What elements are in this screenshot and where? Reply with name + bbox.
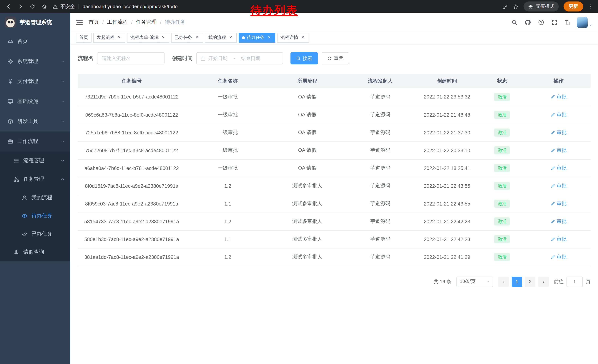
todo-icon <box>22 213 27 219</box>
cell-created: 2022-01-21 22:43:55 <box>416 177 478 195</box>
sidebar-item-infrastructure[interactable]: 基础设施 <box>0 91 70 112</box>
tab-home[interactable]: 首页 <box>76 33 91 42</box>
breadcrumb-item: 待办任务 <box>165 19 185 25</box>
goto-group: 前往 页 <box>554 276 590 287</box>
back-icon[interactable] <box>4 2 13 11</box>
sidebar-item-todo-tasks[interactable]: 待办任务 <box>0 207 70 225</box>
page-button-2[interactable]: 2 <box>525 276 535 287</box>
close-icon[interactable]: × <box>194 35 200 40</box>
approve-link[interactable]: 审批 <box>550 183 566 189</box>
approve-link[interactable]: 审批 <box>550 254 566 260</box>
date-range-picker[interactable]: 开始日期 - 结束日期 <box>196 52 283 65</box>
tab-process-detail[interactable]: 流程详情× <box>277 33 309 42</box>
breadcrumb-item[interactable]: 工作流程 <box>107 19 128 25</box>
prev-page-button[interactable] <box>498 276 509 287</box>
approve-link[interactable]: 审批 <box>550 147 566 154</box>
close-icon[interactable]: × <box>300 35 306 40</box>
star-icon[interactable] <box>513 4 519 9</box>
sidebar-item-my-process[interactable]: 我的流程 <box>0 188 70 207</box>
reload-icon[interactable] <box>27 2 37 11</box>
fullscreen-icon[interactable] <box>551 19 558 25</box>
approve-link-label: 审批 <box>556 218 566 225</box>
approve-link[interactable]: 审批 <box>550 200 566 207</box>
sidebar-item-task-mgmt[interactable]: 任务管理 <box>0 170 70 188</box>
chevron-left-icon <box>501 279 506 284</box>
sidebar-item-label: 支付管理 <box>17 78 38 85</box>
sidebar-item-label: 待办任务 <box>32 212 52 219</box>
sidebar-item-leave-query[interactable]: 请假查询 <box>0 243 70 261</box>
status-badge: 激活 <box>494 182 510 190</box>
reset-button-label: 重置 <box>334 55 343 62</box>
sidebar-item-payment-mgmt[interactable]: 支付管理 <box>0 72 70 91</box>
close-icon[interactable]: × <box>266 35 272 40</box>
approve-link[interactable]: 审批 <box>550 165 566 171</box>
sidebar-item-system-mgmt[interactable]: 系统管理 <box>0 51 70 72</box>
cell-created: 2022-01-22 18:25:41 <box>416 159 478 177</box>
tab-todo-tasks[interactable]: 待办任务× <box>239 33 275 42</box>
help-icon[interactable] <box>538 19 544 25</box>
sidebar-item-done-tasks[interactable]: 已办任务 <box>0 225 70 243</box>
cell-starter: 芋道源码 <box>344 177 416 195</box>
approve-link[interactable]: 审批 <box>550 112 566 118</box>
close-icon[interactable]: × <box>116 35 122 40</box>
user-menu[interactable] <box>577 17 592 28</box>
close-icon[interactable]: × <box>160 35 166 40</box>
page-size-select[interactable]: 10条/页 <box>457 276 493 287</box>
cell-id: 73211d9d-7b9b-11ec-b5b7-acde48001122 <box>78 88 185 106</box>
key-icon[interactable] <box>502 4 508 9</box>
process-name-input[interactable] <box>97 52 165 65</box>
cell-action: 审批 <box>526 177 590 195</box>
avatar <box>577 17 588 28</box>
create-time-label: 创建时间 <box>172 55 193 62</box>
approve-link[interactable]: 审批 <box>550 94 566 100</box>
approve-link-label: 审批 <box>556 147 566 154</box>
breadcrumb-item[interactable]: 首页 <box>89 19 99 25</box>
sidebar-item-dev-tools[interactable]: 研发工具 <box>0 112 70 131</box>
cell-id: 58154733-7ac8-11ec-a9e2-a2380e71991a <box>78 212 185 230</box>
sidebar-item-label: 基础设施 <box>17 98 38 105</box>
hamburger-icon[interactable] <box>76 19 83 26</box>
cell-created: 2022-01-22 21:37:30 <box>416 124 478 141</box>
chevron-up-icon <box>60 177 65 181</box>
cell-name: 1.1 <box>185 230 270 248</box>
filter-bar: 流程名 创建时间 开始日期 - 结束日期 搜索 重 <box>78 52 590 65</box>
column-header: 任务编号 <box>78 74 185 88</box>
approve-link[interactable]: 审批 <box>550 236 566 243</box>
caret-down-icon <box>589 23 592 28</box>
approve-link[interactable]: 审批 <box>550 129 566 136</box>
logo[interactable]: 芋道管理系统 <box>0 13 70 32</box>
sidebar-item-home[interactable]: 首页 <box>0 32 70 51</box>
approve-link[interactable]: 审批 <box>550 218 566 225</box>
home-icon[interactable] <box>39 2 49 11</box>
page-button-1[interactable]: 1 <box>512 276 522 287</box>
url-text: dashboard.yudao.iocoder.cn/bpm/task/todo <box>83 4 178 9</box>
update-button[interactable]: 更新 <box>564 1 583 11</box>
reset-button[interactable]: 重置 <box>322 52 349 65</box>
github-icon[interactable] <box>525 19 531 25</box>
chevron-down-icon <box>60 159 65 163</box>
tab-create-process[interactable]: 发起流程× <box>93 33 125 42</box>
pagination: 共 16 条 10条/页 12 前往 页 <box>78 276 590 287</box>
breadcrumb-item[interactable]: 任务管理 <box>136 19 157 25</box>
search-button[interactable]: 搜索 <box>291 52 318 65</box>
forward-icon[interactable] <box>16 2 25 11</box>
goto-page-input[interactable] <box>566 276 583 287</box>
header-actions <box>511 17 592 28</box>
sidebar-item-workflow[interactable]: 工作流程 <box>0 131 70 152</box>
search-icon[interactable] <box>511 19 518 25</box>
process-icon <box>13 158 19 164</box>
cell-starter: 芋道源码 <box>344 106 416 124</box>
next-page-button[interactable] <box>538 276 549 287</box>
tab-done-tasks[interactable]: 已办任务× <box>171 33 203 42</box>
tab-form-editor[interactable]: 流程表单-编辑× <box>127 33 169 42</box>
edit-icon <box>550 112 555 117</box>
cell-name: 一级审批 <box>185 124 270 141</box>
browser-menu-icon[interactable] <box>588 4 594 9</box>
tab-my-process[interactable]: 我的流程× <box>205 33 237 42</box>
fontsize-icon[interactable] <box>565 19 571 25</box>
table-row: 8f0d1619-7ac8-11ec-a9e2-a2380e71991a1.2测… <box>78 177 590 195</box>
close-icon[interactable]: × <box>228 35 233 40</box>
cell-id: 381aa1dd-7ac8-11ec-a9e2-a2380e71991a <box>78 248 185 266</box>
cell-created: 2022-01-21 22:41:29 <box>416 248 478 266</box>
sidebar-item-process-mgmt[interactable]: 流程管理 <box>0 152 70 170</box>
